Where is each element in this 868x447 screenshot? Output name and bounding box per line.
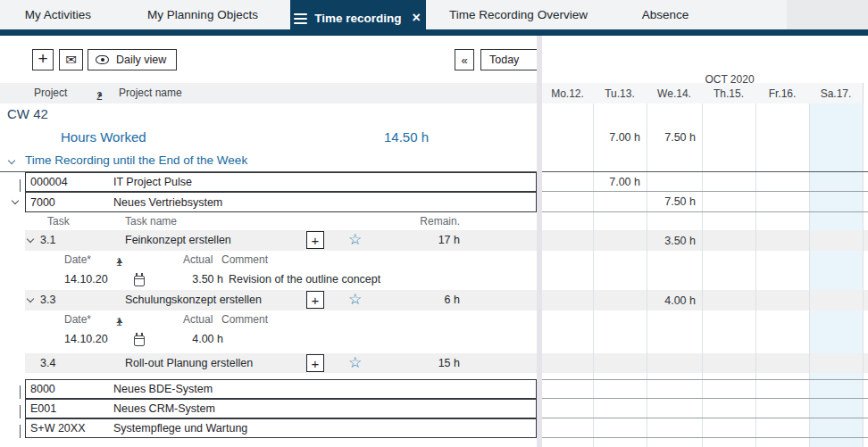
day-cell[interactable] [702,330,755,350]
day-cell[interactable] [593,212,647,230]
project-name-cell[interactable]: Neues Vertriebsystem [109,192,537,212]
day-cell[interactable] [809,192,863,211]
add-entry-button[interactable]: + [306,231,324,249]
day-cell[interactable] [542,373,593,379]
entry-date[interactable]: 14.10.20 [64,273,108,286]
day-cell[interactable] [702,438,755,447]
day-cell[interactable] [809,380,863,398]
project-code-cell[interactable]: 000004 [25,172,110,192]
day-cell[interactable] [755,103,809,125]
project-name-cell[interactable]: Neues CRM-System [109,399,537,418]
day-cell[interactable] [702,418,755,437]
day-cell[interactable] [647,172,702,191]
day-header[interactable]: Th.15. [702,83,755,103]
day-cell[interactable] [809,438,863,447]
day-cell[interactable] [755,310,809,330]
day-cell[interactable] [702,290,755,310]
add-row-icon[interactable]: + [116,316,123,329]
day-cell[interactable] [809,230,863,251]
project-name-column-header[interactable]: Project name [119,87,182,99]
day-cell[interactable] [755,330,809,350]
day-cell[interactable] [755,438,809,447]
day-cell[interactable] [702,251,755,270]
day-cell[interactable] [702,399,755,418]
day-cell[interactable] [593,330,647,350]
day-cell[interactable]: 4.00 h [647,290,702,310]
previous-period-button[interactable]: « [455,49,474,70]
add-row-icon[interactable]: + [116,256,123,269]
day-cell[interactable] [542,125,593,150]
day-cell[interactable] [755,373,809,379]
day-cell[interactable]: 7.00 h [593,125,647,150]
day-cell[interactable] [809,103,863,125]
day-cell[interactable] [542,399,593,418]
add-button[interactable]: + [32,49,54,70]
day-cell[interactable] [647,373,702,379]
day-cell[interactable] [647,103,702,125]
day-cell[interactable] [542,310,593,330]
expand-icon[interactable] [20,179,21,192]
day-cell[interactable] [809,353,863,373]
day-cell[interactable] [702,192,755,211]
calendar-icon[interactable] [134,335,145,346]
day-header[interactable]: We.14. [647,83,702,103]
day-cell[interactable] [702,103,755,125]
project-name-cell[interactable]: IT Project Pulse [109,172,537,192]
day-cell[interactable] [809,172,863,191]
entry-comment[interactable]: Revision of the outline concept [229,273,380,286]
add-entry-button[interactable]: + [306,291,324,309]
day-header[interactable]: Fr.16. [755,83,809,103]
day-cell[interactable] [809,290,863,310]
day-cell[interactable] [755,192,809,211]
day-cell[interactable] [755,251,809,270]
day-cell[interactable] [593,310,647,330]
day-cell[interactable] [755,290,809,310]
tab-time-recording-overview[interactable]: Time Recording Overview [436,0,601,29]
day-cell[interactable] [647,212,702,230]
day-cell[interactable] [593,353,647,373]
day-cell[interactable] [809,418,863,437]
day-cell[interactable] [542,230,593,251]
day-cell[interactable] [542,212,593,230]
day-cell[interactable]: 3.50 h [647,230,702,251]
close-icon[interactable]: × [410,11,421,25]
day-cell[interactable] [542,330,593,350]
day-cell[interactable] [755,270,809,290]
day-cell[interactable] [647,270,702,290]
day-cell[interactable] [593,418,647,437]
day-cell[interactable]: 7.50 h [647,192,702,211]
day-cell[interactable] [593,103,647,125]
day-cell[interactable] [647,418,702,437]
day-cell[interactable] [702,212,755,230]
day-cell[interactable] [593,150,647,171]
day-cell[interactable] [755,399,809,418]
favorite-star-icon[interactable]: ☆ [348,290,362,310]
day-cell[interactable] [702,373,755,379]
expand-icon[interactable] [20,425,21,438]
daily-view-button[interactable]: Daily view [88,49,177,70]
day-header[interactable]: Sa.17. [809,83,863,103]
day-cell[interactable] [542,380,593,398]
day-cell[interactable] [593,399,647,418]
day-cell[interactable] [809,125,863,150]
day-cell[interactable] [809,150,863,171]
project-code-cell[interactable]: 8000 [25,379,110,399]
mail-button[interactable]: ✉ [59,49,83,70]
collapse-icon[interactable] [12,197,19,204]
section-title[interactable]: Time Recording until the End of the Week [25,153,247,167]
day-cell[interactable]: 7.00 h [593,172,647,191]
day-cell[interactable] [647,353,702,373]
day-cell[interactable] [542,172,593,191]
day-cell[interactable] [647,380,702,398]
day-cell[interactable] [755,230,809,251]
expand-icon[interactable] [20,385,21,399]
day-cell[interactable] [809,212,863,230]
project-name-cell[interactable]: Neues BDE-System [109,379,537,399]
project-name-cell[interactable]: Systempflege und Wartung [109,418,537,438]
day-cell[interactable] [593,373,647,379]
day-cell[interactable] [809,251,863,270]
day-cell[interactable] [702,380,755,398]
day-cell[interactable] [542,438,593,447]
day-cell[interactable] [702,310,755,330]
day-cell[interactable] [542,150,593,171]
